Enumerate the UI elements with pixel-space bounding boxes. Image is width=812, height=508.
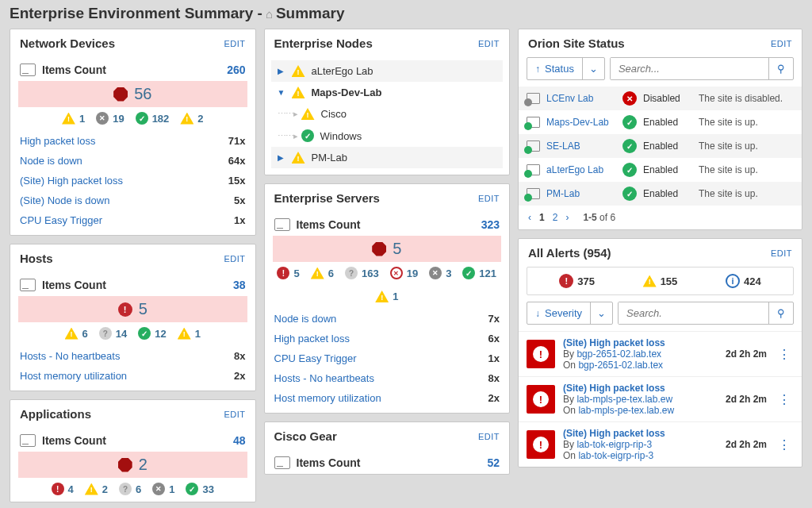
stat-item[interactable]: 1 bbox=[152, 483, 174, 495]
edit-link[interactable]: EDIT bbox=[478, 39, 500, 48]
edit-link[interactable]: EDIT bbox=[224, 254, 245, 264]
tree-row[interactable]: ▼Maps-Dev-Lab bbox=[271, 82, 504, 103]
edit-link[interactable]: EDIT bbox=[771, 248, 792, 258]
edit-link[interactable]: EDIT bbox=[771, 39, 792, 48]
site-row[interactable]: PM-Lab Enabled The site is up. bbox=[519, 182, 802, 206]
list-item[interactable]: CPU Easy Trigger1x bbox=[265, 348, 510, 368]
alert-title[interactable]: (Site) High packet loss bbox=[563, 383, 718, 394]
site-name[interactable]: aLterEgo Lab bbox=[546, 164, 616, 175]
alert-title[interactable]: (Site) High packet loss bbox=[563, 337, 718, 348]
stat-item[interactable]: 6 bbox=[311, 267, 334, 279]
stat-item[interactable]: 2 bbox=[85, 483, 108, 495]
items-count-value[interactable]: 260 bbox=[227, 64, 245, 76]
issue-list: Hosts - No heartbeats8xHost memory utili… bbox=[10, 346, 255, 386]
stat-item[interactable]: 5 bbox=[277, 267, 299, 279]
tree-toggle-icon[interactable]: ▶ bbox=[278, 153, 285, 162]
alert-on-link[interactable]: lab-mpls-pe-tex.lab.ew bbox=[578, 405, 674, 416]
sort-dropdown[interactable]: ⌄ bbox=[590, 302, 612, 324]
list-item[interactable]: (Site) Node is down5x bbox=[10, 190, 255, 210]
edit-link[interactable]: EDIT bbox=[224, 410, 245, 419]
alert-row[interactable]: (Site) High packet loss By lab-mpls-pe-t… bbox=[519, 376, 802, 421]
alert-title[interactable]: (Site) High packet loss bbox=[563, 428, 718, 439]
kebab-menu-icon[interactable]: ⋮ bbox=[775, 347, 794, 362]
site-name[interactable]: PM-Lab bbox=[546, 188, 616, 199]
critical-icon bbox=[113, 87, 128, 102]
search-button[interactable]: ⚲ bbox=[768, 58, 793, 79]
stat-item[interactable]: 1 bbox=[178, 327, 201, 340]
items-count-label: Items Count bbox=[297, 456, 361, 469]
pager-page-2[interactable]: 2 bbox=[553, 212, 558, 223]
list-item[interactable]: High packet loss6x bbox=[265, 329, 510, 348]
alert-row[interactable]: (Site) High packet loss By bgp-2651-02.l… bbox=[519, 331, 802, 376]
list-item[interactable]: High packet loss71x bbox=[10, 131, 255, 151]
list-item[interactable]: (Site) High packet loss15x bbox=[10, 171, 255, 190]
edit-link[interactable]: EDIT bbox=[478, 194, 500, 203]
alert-by-link[interactable]: bgp-2651-02.lab.tex bbox=[576, 348, 661, 360]
list-item[interactable]: Node is down7x bbox=[265, 309, 510, 329]
items-count-value[interactable]: 38 bbox=[233, 279, 246, 291]
list-item[interactable]: Host memory utilization2x bbox=[10, 366, 255, 386]
list-item[interactable]: Hosts - No heartbeats8x bbox=[265, 368, 510, 388]
stat-item[interactable]: 12 bbox=[138, 327, 166, 340]
stat-item[interactable]: 14 bbox=[99, 327, 127, 340]
items-count-value[interactable]: 48 bbox=[233, 434, 246, 447]
pager-next[interactable]: › bbox=[565, 212, 569, 223]
stat-item[interactable]: 121 bbox=[462, 267, 496, 279]
site-name[interactable]: SE-LAB bbox=[546, 140, 616, 152]
kebab-menu-icon[interactable]: ⋮ bbox=[775, 392, 794, 407]
alert-by-link[interactable]: lab-tok-eigrp-rip-3 bbox=[576, 439, 652, 450]
site-row[interactable]: Maps-Dev-Lab Enabled The site is up. bbox=[519, 110, 802, 134]
list-item[interactable]: CPU Easy Trigger1x bbox=[10, 210, 255, 230]
alert-on-link[interactable]: lab-tok-eigrp-rip-3 bbox=[578, 450, 653, 461]
list-item[interactable]: Hosts - No heartbeats8x bbox=[10, 346, 255, 366]
sort-button[interactable]: ↓Severity ⌄ bbox=[527, 302, 613, 325]
alert-summary-item[interactable]: 155 bbox=[643, 274, 678, 288]
stat-item[interactable]: 33 bbox=[186, 483, 213, 495]
tree-toggle-icon[interactable]: ▼ bbox=[278, 88, 285, 97]
pager-prev[interactable]: ‹ bbox=[528, 212, 531, 223]
warn-icon bbox=[311, 267, 324, 279]
tree-row[interactable]: ▶PM-Lab bbox=[271, 147, 504, 168]
warn-icon bbox=[62, 113, 75, 125]
stat-item[interactable]: 3 bbox=[429, 267, 451, 279]
alert-on-link[interactable]: bgp-2651-02.lab.tex bbox=[578, 360, 663, 371]
stat-item[interactable]: 6 bbox=[65, 327, 88, 340]
edit-link[interactable]: EDIT bbox=[224, 39, 245, 48]
stat-item[interactable]: 19 bbox=[96, 112, 124, 125]
items-count-value[interactable]: 323 bbox=[481, 218, 500, 231]
sort-dropdown[interactable]: ⌄ bbox=[582, 58, 604, 79]
search-input[interactable] bbox=[611, 58, 768, 79]
stat-item[interactable]: 19 bbox=[390, 267, 418, 279]
alert-summary-item[interactable]: 424 bbox=[726, 274, 761, 288]
tree-row[interactable]: Cisco bbox=[271, 103, 504, 125]
stat-item[interactable]: 163 bbox=[345, 267, 379, 279]
items-count-value[interactable]: 52 bbox=[487, 456, 500, 469]
stat-item[interactable]: 182 bbox=[136, 112, 170, 125]
alert-by-link[interactable]: lab-mpls-pe-tex.lab.ew bbox=[576, 394, 672, 405]
warn-icon bbox=[301, 108, 315, 120]
alert-summary-item[interactable]: 375 bbox=[559, 274, 595, 288]
tree-toggle-icon[interactable]: ▶ bbox=[278, 67, 285, 75]
list-item[interactable]: Host memory utilization2x bbox=[265, 388, 510, 408]
stat-item[interactable]: 1 bbox=[62, 112, 85, 125]
stat-item[interactable]: 6 bbox=[119, 483, 141, 495]
search-input[interactable] bbox=[619, 302, 768, 324]
site-name[interactable]: Maps-Dev-Lab bbox=[546, 117, 616, 128]
items-count-label: Items Count bbox=[42, 279, 106, 291]
list-item[interactable]: Node is down64x bbox=[10, 151, 255, 171]
alert-row[interactable]: (Site) High packet loss By lab-tok-eigrp… bbox=[519, 421, 802, 467]
site-name[interactable]: LCEnv Lab bbox=[546, 93, 616, 104]
warn-icon bbox=[292, 152, 305, 164]
stat-item[interactable]: 2 bbox=[180, 112, 203, 125]
sort-button[interactable]: ↑Status ⌄ bbox=[527, 57, 605, 80]
tree-row[interactable]: Windows bbox=[271, 125, 504, 147]
stat-item[interactable]: 1 bbox=[375, 291, 398, 302]
tree-row[interactable]: ▶aLterEgo Lab bbox=[271, 60, 504, 82]
kebab-menu-icon[interactable]: ⋮ bbox=[775, 437, 794, 452]
edit-link[interactable]: EDIT bbox=[478, 432, 500, 441]
search-button[interactable]: ⚲ bbox=[768, 302, 793, 324]
site-row[interactable]: LCEnv Lab ✕ Disabled The site is disable… bbox=[519, 87, 802, 110]
site-row[interactable]: SE-LAB Enabled The site is up. bbox=[519, 134, 802, 158]
stat-item[interactable]: 4 bbox=[52, 483, 74, 495]
site-row[interactable]: aLterEgo Lab Enabled The site is up. bbox=[519, 158, 802, 182]
